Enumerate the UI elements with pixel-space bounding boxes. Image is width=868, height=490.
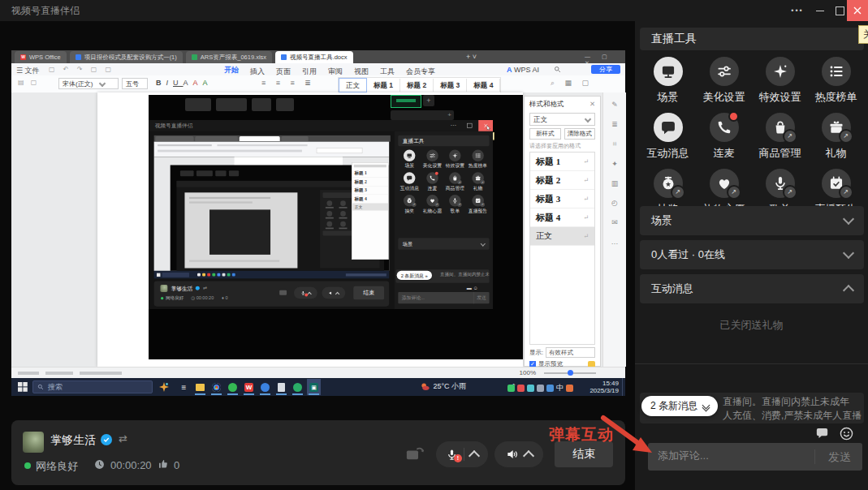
tray-input-language[interactable]: 中 xyxy=(556,383,564,393)
taskbar-app-chrome-icon[interactable] xyxy=(209,379,223,395)
mic-options-chevron-icon[interactable] xyxy=(469,450,480,462)
duration-clock-icon xyxy=(94,459,105,470)
new-style-button[interactable]: 新样式 xyxy=(529,128,561,140)
taskbar-app-doc-icon[interactable] xyxy=(274,379,288,395)
wps-format-buttons[interactable]: BIUAAA xyxy=(156,79,213,87)
tool-scene[interactable]: 场景 xyxy=(640,57,696,105)
wps-tab[interactable]: WWPS Office xyxy=(15,51,67,63)
speaker-button[interactable] xyxy=(494,441,543,467)
tool-ranking[interactable]: 热度榜单 xyxy=(808,57,864,105)
clear-format-button[interactable]: 清除格式 xyxy=(564,128,596,140)
tray-icon[interactable] xyxy=(527,385,534,392)
minimize-button[interactable] xyxy=(809,0,831,21)
send-button[interactable]: 发送 xyxy=(817,443,862,471)
styles-show-select[interactable]: 有效样式 xyxy=(546,347,595,358)
taskbar-app-browser-icon[interactable] xyxy=(226,379,240,395)
external-link-icon: ↗ xyxy=(783,185,797,200)
mini-tool-wish: ↗ 礼物心愿 xyxy=(421,195,443,214)
close-button[interactable] xyxy=(847,0,868,21)
scene-row[interactable]: + xyxy=(391,110,454,120)
comment-input[interactable] xyxy=(656,449,805,462)
comment-bubble-icon[interactable] xyxy=(815,427,829,440)
style-item[interactable]: 标题 2↵ xyxy=(530,171,594,190)
taskbar-app-explorer-icon[interactable] xyxy=(193,379,207,395)
scene-add-button[interactable]: + xyxy=(423,95,434,106)
styles-current-select[interactable]: 正文 xyxy=(529,113,595,126)
tool-goods[interactable]: ↗商品管理 xyxy=(752,113,808,161)
section-scene[interactable]: 场景 xyxy=(640,206,864,235)
nested-new-messages-pill: 2 条新消息 » xyxy=(397,271,432,280)
tool-miccall[interactable]: 连麦 xyxy=(696,113,752,161)
style-gallery-item[interactable]: 标题 3 xyxy=(434,79,467,92)
nested-end-button: 结束 xyxy=(353,286,384,300)
taskbar-app-menu-icon[interactable]: ≡ xyxy=(177,379,191,395)
wps-share-button[interactable]: 分享 xyxy=(591,65,620,74)
wps-font-select[interactable]: 宋体(正文) xyxy=(58,78,119,89)
style-gallery-item[interactable]: 标题 4 xyxy=(467,79,500,92)
wps-clipboard-tools[interactable]: ▤ ▢ xyxy=(18,79,39,86)
taskbar-app-wechat-icon[interactable] xyxy=(291,379,304,395)
taskbar-weather[interactable]: 25°C 小雨 xyxy=(421,381,466,392)
wps-fontsize-select[interactable]: 五号 xyxy=(122,78,148,89)
wps-right-strip[interactable]: ✎≣⌗✦▥◴✉… xyxy=(602,92,626,367)
live-preview-canvas[interactable]: WWPS Office项目报价模式及配套设购方式一(1)ARS资产报表_0619… xyxy=(11,50,625,396)
switch-account-icon[interactable]: ⇄ xyxy=(119,432,127,445)
styles-list[interactable]: 标题 1↵标题 2↵标题 3↵标题 4↵正文↵ xyxy=(529,152,595,345)
screen-share-icon[interactable] xyxy=(406,446,425,462)
wps-new-tab-button[interactable]: + ˅ xyxy=(466,53,477,61)
tray-icon[interactable] xyxy=(537,385,544,392)
style-item[interactable]: 标题 3↵ xyxy=(530,190,594,208)
scene-thumb-selected[interactable] xyxy=(391,95,421,108)
wps-toolbar-extra[interactable]: ⌕ ▦ ▢ xyxy=(551,79,593,88)
notice-line2: 人充值、消费,严禁未成年人直播 xyxy=(723,409,859,423)
style-gallery-item[interactable]: 标题 1 xyxy=(367,79,400,92)
wps-search-icon[interactable] xyxy=(554,66,561,73)
speaker-options-chevron-icon[interactable] xyxy=(522,450,533,462)
start-button-icon[interactable] xyxy=(18,382,28,392)
capture-source-buttons[interactable] xyxy=(185,98,294,111)
external-link-icon: ↗ xyxy=(839,129,853,144)
wps-align-buttons[interactable]: ≡ ≡ ≡ ≣ xyxy=(261,79,315,87)
tool-beauty[interactable]: 美化设置 xyxy=(696,57,752,105)
style-gallery-item[interactable]: 正文 xyxy=(339,78,367,92)
preview-icon: ↗ xyxy=(822,169,851,198)
tool-message[interactable]: 互动消息 xyxy=(640,113,696,161)
section-messages[interactable]: 互动消息 xyxy=(640,274,864,303)
tray-icon[interactable] xyxy=(546,385,554,392)
mini-tool-gift: ↗ 礼物 xyxy=(466,172,489,191)
tool-effects[interactable]: 特效设置 xyxy=(752,57,808,105)
wps-tab[interactable]: ARS资产报表_0619.xlsx xyxy=(186,51,272,63)
taskbar-app-edge-icon[interactable] xyxy=(258,379,272,395)
taskbar-clock[interactable]: 15:49 2025/3/19 xyxy=(589,380,619,394)
style-item[interactable]: 标题 1↵ xyxy=(530,153,594,171)
wps-zoom-knob[interactable] xyxy=(568,370,573,376)
wps-tab[interactable]: 视频号直播工具.docx xyxy=(275,51,352,63)
scene-icon xyxy=(654,57,683,86)
style-item[interactable]: 标题 4↵ xyxy=(530,208,594,227)
stream-duration: 00:00:20 xyxy=(110,459,152,471)
taskbar-search-box[interactable]: 搜索 xyxy=(32,380,153,393)
style-gallery-item[interactable]: 标题 2 xyxy=(400,79,434,92)
nested-titlebar: 视频号直播伴侣 ••• 关闭 xyxy=(149,120,493,131)
divider xyxy=(635,363,868,364)
tray-icon[interactable] xyxy=(566,385,573,392)
tray-icon[interactable] xyxy=(507,385,515,392)
streamer-avatar[interactable] xyxy=(23,432,44,453)
taskbar-app-wps-icon[interactable]: W xyxy=(242,379,256,395)
wps-ai-menu[interactable]: A WPS AI xyxy=(507,66,539,74)
cortana-star-icon[interactable] xyxy=(159,382,169,392)
emoji-icon[interactable] xyxy=(840,427,853,441)
chevron-down-icon xyxy=(843,247,854,259)
more-menu-button[interactable]: ••• xyxy=(784,0,810,21)
taskbar-app-recorder-icon[interactable]: ▣ xyxy=(307,379,321,395)
show-desktop-sliver[interactable] xyxy=(622,378,625,396)
styles-hint: 请选择要应用的格式 xyxy=(529,142,595,150)
wps-quick-icons[interactable]: ▢ ↶ ↷ ▢ ▢ xyxy=(49,66,114,73)
section-viewers[interactable]: 0人看过 · 0在线 xyxy=(640,240,864,269)
tray-icon[interactable] xyxy=(517,385,525,392)
style-item-selected[interactable]: 正文↵ xyxy=(530,227,594,246)
wps-tab[interactable]: 项目报价模式及配套设购方式一(1) xyxy=(70,51,183,63)
mic-button[interactable]: ! xyxy=(436,441,488,467)
tool-gift[interactable]: ↗礼物 xyxy=(808,113,864,161)
styles-panel-close-icon[interactable]: ✕ xyxy=(589,100,595,110)
